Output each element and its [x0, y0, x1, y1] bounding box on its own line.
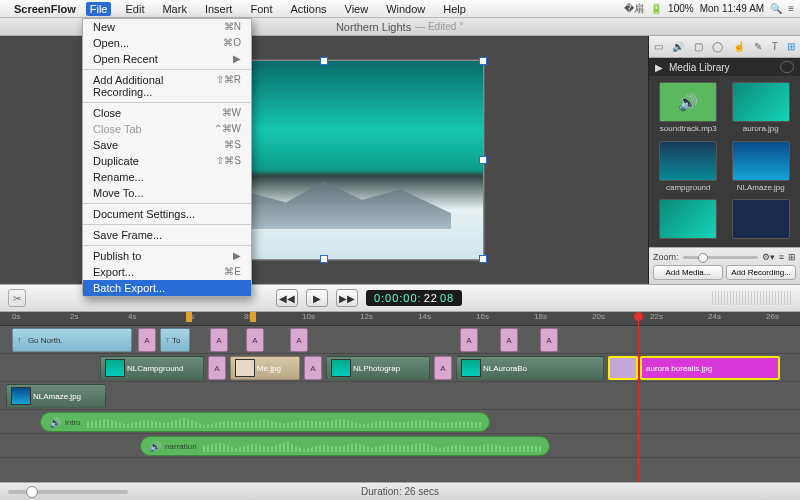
clip-title-2[interactable]: TTo [160, 328, 190, 352]
menu-new[interactable]: New⌘N [83, 19, 251, 35]
media-item-5[interactable] [655, 199, 722, 241]
menu-window[interactable]: Window [382, 2, 429, 16]
marker-1[interactable] [186, 312, 192, 322]
clip-text-7[interactable]: A [540, 328, 558, 352]
menu-edit[interactable]: Edit [121, 2, 148, 16]
media-item-6[interactable] [728, 199, 795, 241]
notifications-icon[interactable]: ≡ [788, 3, 794, 14]
wifi-icon[interactable]: �扇 [624, 2, 644, 16]
menu-help[interactable]: Help [439, 2, 470, 16]
media-item-aurora[interactable]: aurora.jpg [728, 82, 795, 135]
track-audio-2[interactable]: 🔊narration [0, 434, 800, 458]
menu-publish-to[interactable]: Publish to▶ [83, 248, 251, 264]
menu-font[interactable]: Font [246, 2, 276, 16]
media-item-campground[interactable]: campground [655, 141, 722, 194]
list-view-icon[interactable]: ≡ [779, 252, 784, 262]
forward-button[interactable]: ▶▶ [336, 289, 358, 307]
menu-close[interactable]: Close⌘W [83, 105, 251, 121]
add-media-button[interactable]: Add Media... [653, 265, 723, 280]
clip-text-9[interactable]: A [304, 356, 322, 380]
playhead[interactable] [638, 312, 639, 482]
timeline-zoom-slider[interactable] [8, 490, 128, 494]
resize-handle-e[interactable] [479, 156, 487, 164]
media-item-soundtrack[interactable]: 🔊soundtrack.mp3 [655, 82, 722, 135]
timecode-display[interactable]: 0:00:00:2208 [366, 290, 462, 306]
resize-handle-n[interactable] [320, 57, 328, 65]
clip-selected-adjacent[interactable] [608, 356, 638, 380]
clip-text-10[interactable]: A [434, 356, 452, 380]
menu-file[interactable]: File [86, 2, 112, 16]
play-icon[interactable]: ▶ [655, 62, 663, 73]
resize-handle-ne[interactable] [479, 57, 487, 65]
zoom-slider[interactable] [683, 256, 758, 259]
clip-text-1[interactable]: A [138, 328, 156, 352]
clip-text-5[interactable]: A [460, 328, 478, 352]
menu-actions[interactable]: Actions [286, 2, 330, 16]
media-grid: 🔊soundtrack.mp3 aurora.jpg campground NL… [649, 76, 800, 247]
menu-move-to[interactable]: Move To... [83, 185, 251, 201]
menu-duplicate[interactable]: Duplicate⇧⌘S [83, 153, 251, 169]
clip-title-1[interactable]: TGo North. [12, 328, 132, 352]
menu-mark[interactable]: Mark [158, 2, 190, 16]
menu-export[interactable]: Export...⌘E [83, 264, 251, 280]
track-1[interactable]: TGo North. A TTo A A A A A A [0, 326, 800, 354]
menu-save[interactable]: Save⌘S [83, 137, 251, 153]
track-2[interactable]: NLCampground A Me.jpg A NLPhotograp A NL… [0, 354, 800, 382]
tab-audio-icon[interactable]: 🔊 [670, 41, 686, 52]
gear-icon[interactable]: ⚙▾ [762, 252, 775, 262]
tab-video-icon[interactable]: ▭ [652, 41, 665, 52]
resize-handle-se[interactable] [479, 255, 487, 263]
media-library-title: Media Library [669, 62, 730, 73]
track-3[interactable]: NLAmaze.jpg [0, 382, 800, 410]
tab-text-icon[interactable]: T [770, 41, 780, 52]
audio-clip-intro[interactable]: 🔊intro [40, 412, 490, 432]
inspector-sidebar: ▭ 🔊 ▢ ◯ ☝ ✎ T ⊞ ▶ Media Library 🔊soundtr… [648, 36, 800, 284]
rewind-button[interactable]: ◀◀ [276, 289, 298, 307]
resize-handle-s[interactable] [320, 255, 328, 263]
tab-callout-icon[interactable]: ◯ [710, 41, 725, 52]
grid-view-icon[interactable]: ⊞ [788, 252, 796, 262]
clip-text-8[interactable]: A [208, 356, 226, 380]
menu-insert[interactable]: Insert [201, 2, 237, 16]
media-library-header: ▶ Media Library [649, 58, 800, 76]
marker-2[interactable] [250, 312, 256, 322]
audio-clip-narration[interactable]: 🔊narration [140, 436, 550, 456]
clip-text-4[interactable]: A [290, 328, 308, 352]
tab-annotations-icon[interactable]: ✎ [752, 41, 764, 52]
timeline-minimap[interactable] [712, 291, 792, 305]
clip-text-6[interactable]: A [500, 328, 518, 352]
document-state: — Edited ˅ [415, 21, 464, 32]
menu-view[interactable]: View [341, 2, 373, 16]
tracks: TGo North. A TTo A A A A A A NLCampgroun… [0, 326, 800, 458]
menu-open[interactable]: Open...⌘O [83, 35, 251, 51]
clip-text-3[interactable]: A [246, 328, 264, 352]
clip-text-2[interactable]: A [210, 328, 228, 352]
tab-media-icon[interactable]: ⊞ [785, 41, 797, 52]
menu-batch-export[interactable]: Batch Export... [83, 280, 251, 296]
clip-aurora-borealis-selected[interactable]: aurora borealis.jpg [640, 356, 780, 380]
clip-nlcampground[interactable]: NLCampground [100, 356, 204, 380]
inspector-tabs: ▭ 🔊 ▢ ◯ ☝ ✎ T ⊞ [649, 36, 800, 58]
menu-doc-settings[interactable]: Document Settings... [83, 206, 251, 222]
tab-touch-icon[interactable]: ☝ [731, 41, 747, 52]
clip-nlphotograph[interactable]: NLPhotograp [326, 356, 430, 380]
clip-nlaurorabo[interactable]: NLAuroraBo [456, 356, 604, 380]
battery-icon[interactable]: 🔋 [650, 3, 662, 14]
timeline-ruler[interactable]: 0s 2s 4s 6s 8s 10s 12s 14s 16s 18s 20s 2… [0, 312, 800, 326]
battery-percent: 100% [668, 3, 694, 14]
clip-nlamaze[interactable]: NLAmaze.jpg [6, 384, 106, 408]
play-button[interactable]: ▶ [306, 289, 328, 307]
tab-screen-icon[interactable]: ▢ [692, 41, 705, 52]
menu-add-recording[interactable]: Add Additional Recording...⇧⌘R [83, 72, 251, 100]
menu-save-frame[interactable]: Save Frame... [83, 227, 251, 243]
spotlight-icon[interactable]: 🔍 [770, 3, 782, 14]
add-recording-button[interactable]: Add Recording... [726, 265, 796, 280]
app-name[interactable]: ScreenFlow [14, 3, 76, 15]
clip-me[interactable]: Me.jpg [230, 356, 300, 380]
search-input[interactable] [780, 61, 794, 73]
edit-canvas-icon[interactable]: ✂ [8, 289, 26, 307]
menu-rename[interactable]: Rename... [83, 169, 251, 185]
track-audio-1[interactable]: 🔊intro [0, 410, 800, 434]
menu-open-recent[interactable]: Open Recent▶ [83, 51, 251, 67]
media-item-nlamaze[interactable]: NLAmaze.jpg [728, 141, 795, 194]
